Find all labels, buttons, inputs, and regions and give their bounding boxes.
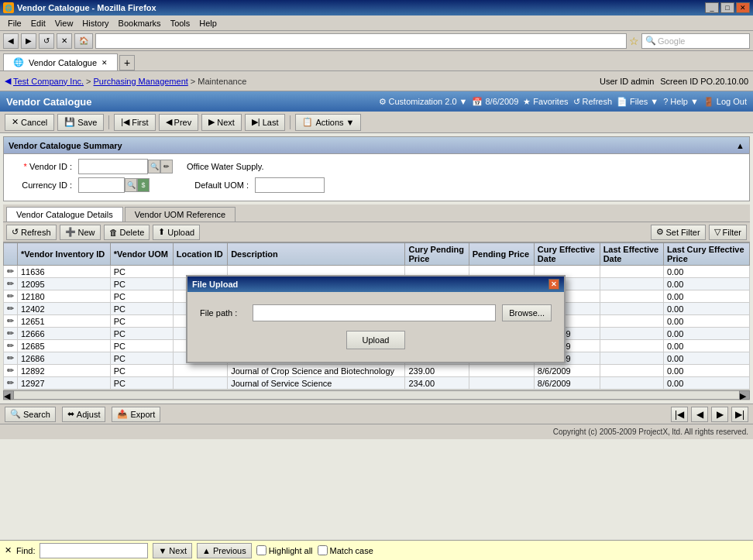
modal-title: File Upload (192, 280, 238, 289)
modal-buttons: Upload (200, 331, 552, 349)
modal-title-bar: File Upload ✕ (187, 277, 564, 292)
modal-content: File path : Browse... Upload (187, 292, 564, 362)
file-path-row: File path : Browse... (200, 304, 552, 321)
file-path-input[interactable] (253, 304, 496, 321)
file-path-label: File path : (200, 308, 246, 318)
browse-button[interactable]: Browse... (502, 304, 552, 321)
modal-overlay: File Upload ✕ File path : Browse... Uplo… (0, 0, 753, 560)
file-upload-modal: File Upload ✕ File path : Browse... Uplo… (186, 275, 566, 363)
upload-button[interactable]: Upload (346, 331, 406, 349)
modal-close-button[interactable]: ✕ (548, 279, 559, 290)
